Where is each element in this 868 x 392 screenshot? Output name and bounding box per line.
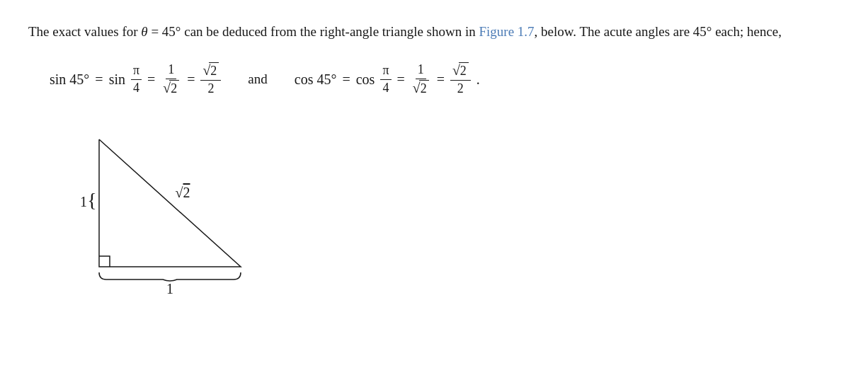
cos-45-label: cos 45°	[295, 71, 337, 88]
math-equations: sin 45° = sin π 4 = 1 √ 2 =	[50, 62, 840, 96]
eq4: =	[342, 71, 350, 88]
and-word: and	[248, 71, 267, 87]
left-side-label: 1	[80, 194, 87, 209]
two-denominator: 2	[205, 81, 216, 97]
pi-numerator: π	[131, 63, 142, 80]
triangle-svg: 1 { √2 1	[57, 118, 283, 302]
cos-sqrt2-denom-sqrt: √ 2	[413, 80, 429, 97]
cos-two-denominator: 2	[455, 81, 466, 97]
eq6: =	[437, 71, 445, 88]
sqrt2-num-sqrt: √ 2	[202, 62, 219, 79]
sin-pi-label: sin	[109, 71, 125, 88]
triangle-outline	[99, 139, 241, 267]
one-over-sqrt2: 1 √ 2	[161, 62, 181, 96]
sqrt2-denominator: √ 2	[161, 79, 181, 97]
cos-sqrt2-num-sqrt: √ 2	[452, 62, 469, 79]
cos-one-numerator: 1	[416, 62, 426, 79]
sin-45-label: sin 45°	[50, 71, 89, 88]
eq2: =	[147, 71, 155, 88]
cos-sqrt2-over-2: √ 2 2	[450, 62, 471, 96]
figure-link[interactable]: Figure 1.7	[479, 24, 535, 39]
right-angle-mark	[99, 256, 110, 267]
eq1: =	[95, 71, 103, 88]
hypotenuse-label: √2	[176, 185, 190, 200]
cos-pi-label: cos	[356, 71, 375, 88]
one-numerator: 1	[166, 62, 176, 79]
cos-pi-numerator: π	[380, 63, 391, 80]
eq5: =	[397, 71, 405, 88]
underbrace	[99, 272, 241, 281]
cos-sqrt2-numerator: √ 2	[450, 62, 471, 81]
cos-four-denominator: 4	[380, 80, 391, 96]
sqrt2-over-2: √ 2 2	[200, 62, 221, 96]
sin-equation: sin 45° = sin π 4 = 1 √ 2 =	[50, 62, 221, 96]
intro-paragraph: The exact values for θ = 45° can be dedu…	[28, 21, 840, 42]
left-brace: {	[87, 189, 96, 211]
cos-one-over-sqrt2: 1 √ 2	[411, 62, 431, 96]
sqrt2-numerator: √ 2	[200, 62, 221, 81]
cos-sqrt2-denominator: √ 2	[411, 79, 431, 97]
eq3: =	[187, 71, 195, 88]
sqrt2-denom-sqrt: √ 2	[163, 80, 179, 97]
four-denominator: 4	[131, 80, 142, 96]
page-content: The exact values for θ = 45° can be dedu…	[28, 21, 840, 306]
period: .	[476, 71, 480, 88]
base-label: 1	[166, 281, 173, 296]
pi-over-4: π 4	[131, 63, 142, 96]
cos-equation: cos 45° = cos π 4 = 1 √ 2 =	[295, 62, 480, 96]
cos-pi-over-4: π 4	[380, 63, 391, 96]
triangle-figure: 1 { √2 1	[57, 118, 840, 306]
